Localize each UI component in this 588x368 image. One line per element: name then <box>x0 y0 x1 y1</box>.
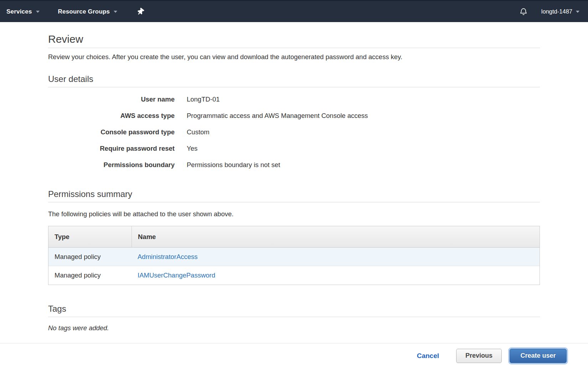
page-description: Review your choices. After you create th… <box>48 53 540 61</box>
resource-groups-menu[interactable]: Resource Groups <box>58 8 118 15</box>
divider <box>48 87 540 87</box>
detail-row-aws-access-type: AWS access type Programmatic access and … <box>48 112 540 120</box>
table-row: Managed policy AdministratorAccess <box>48 248 540 266</box>
detail-label: Console password type <box>48 128 175 136</box>
detail-row-console-password-type: Console password type Custom <box>48 128 540 136</box>
page-title: Review <box>48 33 540 46</box>
detail-value: Yes <box>187 145 540 152</box>
notifications-bell-icon[interactable] <box>519 7 528 17</box>
detail-value: Custom <box>187 128 540 136</box>
permissions-summary-heading: Permissions summary <box>48 189 540 199</box>
tags-heading: Tags <box>48 304 540 314</box>
policy-link-iamuserchangepassword[interactable]: IAMUserChangePassword <box>138 271 215 279</box>
user-details-heading: User details <box>48 74 540 84</box>
permissions-summary-description: The following policies will be attached … <box>48 210 540 218</box>
services-menu[interactable]: Services <box>6 8 40 15</box>
top-navigation-bar: Services Resource Groups longtd-1487 <box>0 0 588 22</box>
table-row: Managed policy IAMUserChangePassword <box>48 266 540 285</box>
cancel-link[interactable]: Cancel <box>417 352 439 360</box>
column-header-name: Name <box>131 226 540 248</box>
pushpin-icon[interactable] <box>136 7 145 16</box>
detail-label: User name <box>48 95 175 103</box>
policy-type-cell: Managed policy <box>48 248 131 266</box>
detail-row-require-password-reset: Require password reset Yes <box>48 145 540 152</box>
table-header-row: Type Name <box>48 226 540 248</box>
divider <box>48 48 540 48</box>
tags-empty-message: No tags were added. <box>48 324 540 332</box>
iam-add-user-review-page: Services Resource Groups longtd-1487 <box>0 0 588 368</box>
main-content: Review Review your choices. After you cr… <box>0 33 588 332</box>
detail-label: Permissions boundary <box>48 161 175 169</box>
chevron-down-icon <box>576 11 579 13</box>
previous-button[interactable]: Previous <box>456 349 502 363</box>
account-name: longtd-1487 <box>541 8 572 15</box>
detail-value: LongTD-01 <box>187 95 540 103</box>
divider <box>48 202 540 202</box>
detail-value: Programmatic access and AWS Management C… <box>187 112 540 120</box>
policy-type-cell: Managed policy <box>48 266 131 285</box>
policy-link-administratoraccess[interactable]: AdministratorAccess <box>138 253 198 260</box>
detail-label: AWS access type <box>48 112 175 120</box>
detail-row-permissions-boundary: Permissions boundary Permissions boundar… <box>48 161 540 169</box>
chevron-down-icon <box>36 11 40 13</box>
attached-policies-table: Type Name Managed policy AdministratorAc… <box>48 226 540 285</box>
topnav-right-group: longtd-1487 <box>519 7 579 17</box>
user-details-list: User name LongTD-01 AWS access type Prog… <box>48 95 540 169</box>
services-menu-label: Services <box>6 8 32 15</box>
column-header-type: Type <box>48 226 131 248</box>
create-user-button[interactable]: Create user <box>510 349 567 363</box>
divider <box>48 317 540 317</box>
account-menu[interactable]: longtd-1487 <box>541 8 579 15</box>
detail-label: Require password reset <box>48 145 175 152</box>
chevron-down-icon <box>114 11 117 13</box>
wizard-footer: Cancel Previous Create user <box>0 343 588 368</box>
resource-groups-menu-label: Resource Groups <box>58 8 110 15</box>
detail-row-user-name: User name LongTD-01 <box>48 95 540 103</box>
detail-value: Permissions boundary is not set <box>187 161 540 169</box>
